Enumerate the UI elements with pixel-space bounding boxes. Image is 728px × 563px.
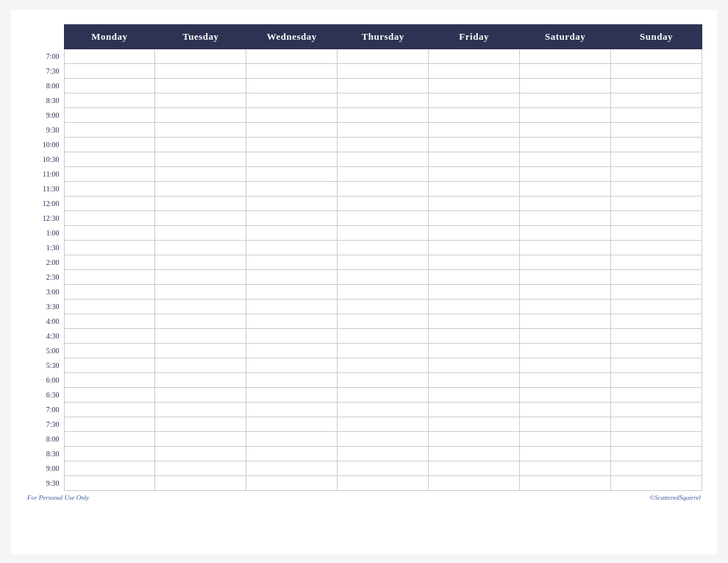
schedule-cell[interactable] <box>338 137 429 152</box>
schedule-cell[interactable] <box>429 210 520 225</box>
schedule-cell[interactable] <box>246 314 338 328</box>
schedule-cell[interactable] <box>246 107 338 122</box>
schedule-cell[interactable] <box>64 343 155 358</box>
schedule-cell[interactable] <box>338 402 429 417</box>
schedule-cell[interactable] <box>338 328 429 343</box>
schedule-cell[interactable] <box>246 431 338 446</box>
schedule-cell[interactable] <box>338 107 429 122</box>
schedule-cell[interactable] <box>155 328 246 343</box>
schedule-cell[interactable] <box>246 181 338 196</box>
schedule-cell[interactable] <box>611 152 702 166</box>
schedule-cell[interactable] <box>155 107 246 122</box>
schedule-cell[interactable] <box>246 152 338 166</box>
schedule-cell[interactable] <box>155 255 246 269</box>
schedule-cell[interactable] <box>611 299 702 314</box>
schedule-cell[interactable] <box>64 137 155 152</box>
schedule-cell[interactable] <box>338 358 429 372</box>
schedule-cell[interactable] <box>520 210 611 225</box>
schedule-cell[interactable] <box>246 225 338 240</box>
schedule-cell[interactable] <box>246 269 338 284</box>
schedule-cell[interactable] <box>246 137 338 152</box>
schedule-cell[interactable] <box>611 196 702 210</box>
schedule-cell[interactable] <box>338 166 429 181</box>
schedule-cell[interactable] <box>520 372 611 387</box>
schedule-cell[interactable] <box>611 78 702 93</box>
schedule-cell[interactable] <box>338 314 429 328</box>
schedule-cell[interactable] <box>338 181 429 196</box>
schedule-cell[interactable] <box>520 314 611 328</box>
schedule-cell[interactable] <box>246 372 338 387</box>
schedule-cell[interactable] <box>338 446 429 461</box>
schedule-cell[interactable] <box>520 417 611 431</box>
schedule-cell[interactable] <box>611 372 702 387</box>
schedule-cell[interactable] <box>429 137 520 152</box>
schedule-cell[interactable] <box>64 284 155 299</box>
schedule-cell[interactable] <box>429 417 520 431</box>
schedule-cell[interactable] <box>338 49 429 63</box>
schedule-cell[interactable] <box>520 284 611 299</box>
schedule-cell[interactable] <box>429 284 520 299</box>
schedule-cell[interactable] <box>64 446 155 461</box>
schedule-cell[interactable] <box>429 78 520 93</box>
schedule-cell[interactable] <box>246 93 338 107</box>
schedule-cell[interactable] <box>429 446 520 461</box>
schedule-cell[interactable] <box>246 402 338 417</box>
schedule-cell[interactable] <box>338 475 429 490</box>
schedule-cell[interactable] <box>429 387 520 402</box>
schedule-cell[interactable] <box>155 78 246 93</box>
schedule-cell[interactable] <box>64 461 155 475</box>
schedule-cell[interactable] <box>246 166 338 181</box>
schedule-cell[interactable] <box>338 78 429 93</box>
schedule-cell[interactable] <box>64 299 155 314</box>
schedule-cell[interactable] <box>611 122 702 137</box>
schedule-cell[interactable] <box>246 387 338 402</box>
schedule-cell[interactable] <box>64 387 155 402</box>
schedule-cell[interactable] <box>338 417 429 431</box>
schedule-cell[interactable] <box>338 255 429 269</box>
schedule-cell[interactable] <box>611 358 702 372</box>
schedule-cell[interactable] <box>429 475 520 490</box>
schedule-cell[interactable] <box>520 343 611 358</box>
schedule-cell[interactable] <box>429 225 520 240</box>
schedule-cell[interactable] <box>611 431 702 446</box>
schedule-cell[interactable] <box>155 152 246 166</box>
schedule-cell[interactable] <box>338 210 429 225</box>
schedule-cell[interactable] <box>64 417 155 431</box>
schedule-cell[interactable] <box>155 269 246 284</box>
schedule-cell[interactable] <box>338 152 429 166</box>
schedule-cell[interactable] <box>429 152 520 166</box>
schedule-cell[interactable] <box>246 358 338 372</box>
schedule-cell[interactable] <box>246 240 338 255</box>
schedule-cell[interactable] <box>246 417 338 431</box>
schedule-cell[interactable] <box>155 166 246 181</box>
schedule-cell[interactable] <box>429 328 520 343</box>
schedule-cell[interactable] <box>64 122 155 137</box>
schedule-cell[interactable] <box>338 93 429 107</box>
schedule-cell[interactable] <box>64 166 155 181</box>
schedule-cell[interactable] <box>520 328 611 343</box>
schedule-cell[interactable] <box>520 358 611 372</box>
schedule-cell[interactable] <box>64 240 155 255</box>
schedule-cell[interactable] <box>429 107 520 122</box>
schedule-cell[interactable] <box>611 210 702 225</box>
schedule-cell[interactable] <box>64 225 155 240</box>
schedule-cell[interactable] <box>611 225 702 240</box>
schedule-cell[interactable] <box>429 93 520 107</box>
schedule-cell[interactable] <box>246 475 338 490</box>
schedule-cell[interactable] <box>64 152 155 166</box>
schedule-cell[interactable] <box>611 314 702 328</box>
schedule-cell[interactable] <box>611 343 702 358</box>
schedule-cell[interactable] <box>155 431 246 446</box>
schedule-cell[interactable] <box>155 343 246 358</box>
schedule-cell[interactable] <box>155 137 246 152</box>
schedule-cell[interactable] <box>155 122 246 137</box>
schedule-cell[interactable] <box>338 225 429 240</box>
schedule-cell[interactable] <box>155 446 246 461</box>
schedule-cell[interactable] <box>520 255 611 269</box>
schedule-cell[interactable] <box>611 49 702 63</box>
schedule-cell[interactable] <box>611 255 702 269</box>
schedule-cell[interactable] <box>611 240 702 255</box>
schedule-cell[interactable] <box>520 49 611 63</box>
schedule-cell[interactable] <box>429 122 520 137</box>
schedule-cell[interactable] <box>64 49 155 63</box>
